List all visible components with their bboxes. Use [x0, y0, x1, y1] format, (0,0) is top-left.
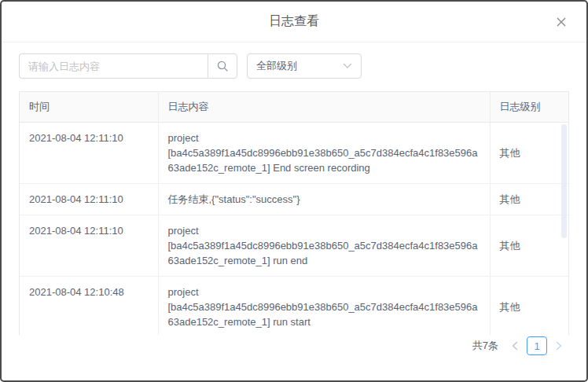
log-time: 2021-08-04 12:11:10 — [20, 215, 158, 277]
modal-title: 日志查看 — [269, 13, 319, 30]
log-search-group — [19, 53, 237, 79]
search-button[interactable] — [208, 53, 237, 79]
close-icon — [556, 17, 567, 28]
table-row: 2021-08-04 12:11:10 任务结束,{"status":"succ… — [20, 184, 568, 215]
log-time: 2021-08-04 12:11:10 — [20, 184, 158, 215]
log-level: 其他 — [490, 184, 568, 215]
log-search-input[interactable] — [19, 53, 208, 79]
modal-header: 日志查看 — [2, 2, 586, 42]
page-number-1[interactable]: 1 — [527, 336, 547, 355]
log-level: 其他 — [490, 123, 568, 184]
log-content: project [ba4c5a389f1a45dc8996ebb91e38b65… — [158, 277, 490, 336]
pagination-total: 共7条 — [472, 339, 498, 353]
pagination: 共7条 1 — [472, 336, 568, 355]
log-content: 任务结束,{"status":"success"} — [158, 184, 490, 215]
chevron-left-icon — [512, 341, 518, 351]
log-time: 2021-08-04 12:11:10 — [20, 123, 158, 184]
log-table-header: 时间 日志内容 日志级别 — [20, 92, 568, 123]
log-content: project [ba4c5a389f1a45dc8996ebb91e38b65… — [158, 123, 490, 184]
log-level: 其他 — [490, 215, 568, 277]
column-header-content: 日志内容 — [158, 92, 490, 123]
log-level-select[interactable]: 全部级别 — [247, 53, 362, 79]
log-level-select-value: 全部级别 — [256, 59, 297, 73]
column-header-level: 日志级别 — [490, 92, 568, 123]
log-table-body[interactable]: 2021-08-04 12:11:10 project [ba4c5a389f1… — [20, 123, 568, 335]
log-level: 其他 — [490, 277, 568, 336]
chevron-down-icon — [343, 63, 352, 69]
close-button[interactable] — [553, 14, 569, 30]
table-header-row: 时间 日志内容 日志级别 — [20, 92, 568, 123]
log-content: project [ba4c5a389f1a45dc8996ebb91e38b65… — [158, 215, 490, 277]
table-scrollbar-thumb[interactable] — [561, 124, 567, 238]
log-table: 时间 日志内容 日志级别 2021-08-04 12:11:10 project… — [19, 91, 569, 335]
log-time: 2021-08-04 12:10:48 — [20, 277, 158, 336]
table-row: 2021-08-04 12:11:10 project [ba4c5a389f1… — [20, 123, 568, 184]
table-row: 2021-08-04 12:10:48 project [ba4c5a389f1… — [20, 277, 568, 336]
column-header-time: 时间 — [20, 92, 158, 123]
toolbar: 全部级别 — [2, 42, 586, 79]
prev-page-button[interactable] — [506, 336, 524, 355]
log-viewer-modal: 日志查看 全部级别 — [0, 0, 588, 382]
table-row: 2021-08-04 12:11:10 project [ba4c5a389f1… — [20, 215, 568, 277]
next-page-button[interactable] — [550, 336, 568, 355]
chevron-right-icon — [556, 341, 562, 351]
search-icon — [216, 60, 229, 72]
